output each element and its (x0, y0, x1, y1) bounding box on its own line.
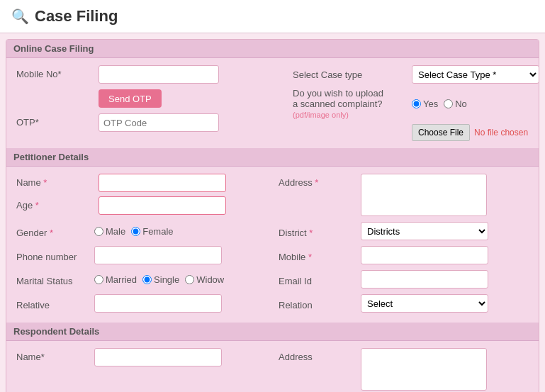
marital-group: Married Single Widow (94, 274, 224, 285)
female-radio[interactable] (131, 227, 140, 236)
phone-label: Phone number (16, 248, 94, 262)
case-type-row: Select Case type Select Case Type * (293, 65, 539, 84)
resp-name-input[interactable] (94, 348, 222, 366)
address-textarea[interactable] (361, 174, 487, 216)
top-form-row: Mobile No* Send OTP OTP* Select (16, 65, 529, 141)
right-panel: Select Case type Select Case Type * Do y… (271, 65, 539, 141)
age-input[interactable] (99, 196, 226, 215)
page-title: Case Filing (35, 7, 118, 26)
respondent-section-header: Respondent Details (6, 323, 539, 341)
single-radio[interactable] (142, 275, 152, 284)
resp-address-label: Address (279, 348, 356, 362)
male-radio[interactable] (94, 227, 103, 236)
no-file-text: No file chosen (474, 128, 528, 138)
send-otp-button[interactable]: Send OTP (99, 89, 162, 108)
mobile-row: Mobile No* (16, 65, 257, 84)
female-radio-label[interactable]: Female (131, 226, 173, 237)
name-input[interactable] (99, 174, 226, 192)
online-filing-form: Mobile No* Send OTP OTP* Select (6, 58, 539, 148)
main-container: Online Case Filing Mobile No* Send OTP O… (6, 39, 539, 392)
district-select[interactable]: Districts (361, 222, 488, 240)
age-label: Age * (16, 196, 94, 211)
address-label: Address * (279, 174, 356, 188)
mobile-input[interactable] (99, 65, 219, 84)
mobile-col: Mobile * (271, 246, 488, 264)
district-col: District * Districts (271, 222, 488, 240)
marital-email-row: Marital Status Married Single Widow (16, 270, 529, 289)
relation-select[interactable]: Select (361, 294, 488, 313)
phone-col: Phone number (16, 246, 271, 264)
resp-name-address-row: Name* Address (16, 348, 529, 391)
yes-no-group: Yes No (412, 99, 467, 109)
email-input[interactable] (361, 270, 488, 289)
married-radio[interactable] (94, 275, 103, 284)
resp-name-label: Name* (16, 348, 94, 362)
upload-question-row: Do you wish to upload a scanned complain… (293, 88, 539, 120)
name-label: Name * (16, 174, 94, 188)
send-otp-row: Send OTP (16, 89, 257, 108)
respondent-form: Name* Address (6, 341, 539, 392)
relative-label: Relative (16, 296, 94, 310)
no-radio[interactable] (444, 99, 453, 108)
upload-label: Do you wish to upload a scanned complain… (293, 88, 406, 120)
relation-label: Relation (279, 296, 356, 310)
case-type-label: Select Case type (293, 69, 406, 80)
name-age-col: Name * Age * (16, 174, 271, 216)
page-header: 🔍 Case Filing (0, 0, 545, 33)
address-col: Address * (271, 174, 487, 216)
single-radio-label[interactable]: Single (142, 274, 179, 285)
name-required: * (43, 177, 47, 188)
email-col: Email Id (271, 270, 488, 289)
gender-district-row: Gender * Male Female (16, 222, 529, 240)
resp-name-col: Name* (16, 348, 271, 391)
relative-input[interactable] (94, 294, 222, 313)
email-label: Email Id (279, 272, 356, 286)
name-address-row: Name * Age * Addr (16, 174, 529, 216)
no-radio-label[interactable]: No (444, 99, 467, 109)
marital-col: Marital Status Married Single Widow (16, 270, 271, 289)
otp-row: OTP* (16, 113, 257, 132)
district-label: District * (279, 224, 356, 238)
yes-radio[interactable] (412, 99, 421, 108)
yes-radio-label[interactable]: Yes (412, 99, 438, 109)
petitioner-form: Name * Age * Addr (6, 167, 539, 323)
petitioner-section-header: Petitioner Details (6, 148, 539, 167)
male-radio-label[interactable]: Male (94, 226, 125, 237)
relative-relation-row: Relative Relation Select (16, 294, 529, 313)
send-otp-spacer (16, 89, 94, 93)
gender-group: Male Female (94, 226, 174, 237)
mobile-label: Mobile No* (16, 65, 94, 79)
left-panel: Mobile No* Send OTP OTP* (16, 65, 271, 141)
married-radio-label[interactable]: Married (94, 274, 137, 285)
name-row: Name * (16, 174, 271, 192)
resp-address-col: Address (271, 348, 487, 391)
choose-file-button[interactable]: Choose File (412, 124, 470, 141)
mobile-field-label: Mobile * (279, 248, 356, 262)
resp-address-textarea[interactable] (361, 348, 487, 391)
file-row: Choose File No file chosen (293, 124, 539, 141)
otp-label: OTP* (16, 113, 94, 128)
phone-mobile-row: Phone number Mobile * (16, 246, 529, 264)
page-wrapper: 🔍 Case Filing Online Case Filing Mobile … (0, 0, 545, 392)
widow-radio-label[interactable]: Widow (185, 274, 224, 285)
file-area: Choose File No file chosen (412, 124, 528, 141)
relation-col: Relation Select (271, 294, 488, 313)
age-required: * (35, 200, 39, 211)
widow-radio[interactable] (185, 275, 194, 284)
marital-label: Marital Status (16, 272, 94, 286)
search-icon: 🔍 (11, 8, 29, 25)
gender-col: Gender * Male Female (16, 222, 271, 240)
phone-input[interactable] (94, 246, 222, 264)
relative-col: Relative (16, 294, 271, 313)
mobile-field-input[interactable] (361, 246, 488, 264)
age-row: Age * (16, 196, 271, 215)
online-filing-section-header: Online Case Filing (6, 40, 539, 58)
otp-input[interactable] (99, 113, 219, 132)
gender-label: Gender * (16, 224, 94, 238)
case-type-select[interactable]: Select Case Type * (412, 65, 539, 84)
